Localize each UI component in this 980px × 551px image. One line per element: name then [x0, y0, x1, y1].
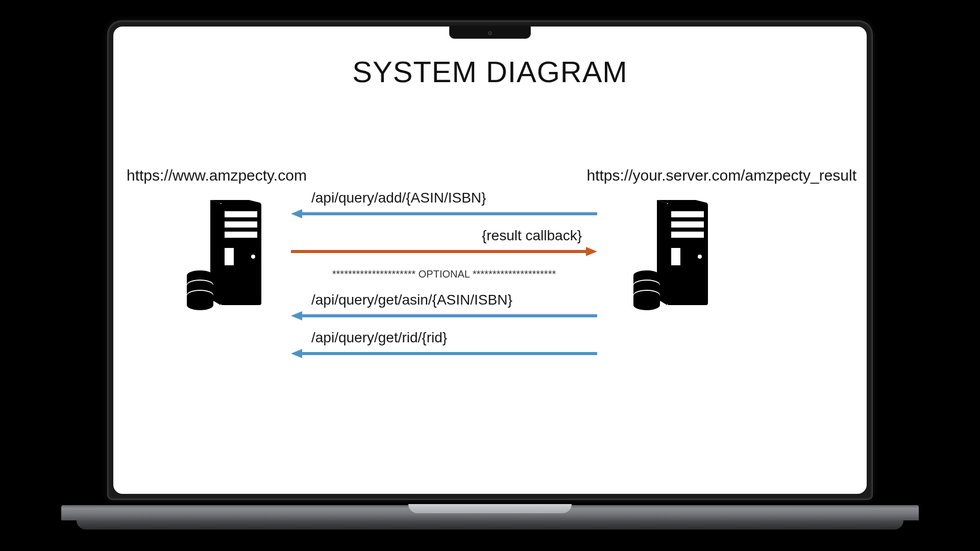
laptop-frame: SYSTEM DIAGRAM https://www.amzpecty.com …	[61, 20, 919, 531]
flow-get-asin: /api/query/get/asin/{ASIN/ISBN}	[291, 292, 597, 330]
svg-point-7	[251, 255, 255, 259]
svg-rect-20	[671, 211, 704, 217]
svg-rect-6	[225, 248, 234, 265]
svg-point-33	[633, 300, 660, 310]
flow-arrows-group: /api/query/add/{ASIN/ISBN} {result callb…	[291, 190, 597, 367]
svg-rect-3	[225, 211, 257, 217]
svg-rect-22	[671, 232, 704, 238]
svg-rect-23	[671, 248, 680, 265]
flow-add-label: /api/query/add/{ASIN/ISBN}	[311, 190, 486, 206]
svg-marker-39	[291, 311, 302, 320]
svg-rect-5	[225, 232, 257, 238]
svg-rect-4	[225, 221, 257, 228]
camera-notch	[449, 26, 531, 39]
left-server-url: https://www.amzpecty.com	[127, 167, 307, 184]
flow-get-rid-label: /api/query/get/rid/{rid}	[311, 330, 447, 346]
flow-get-asin-label: /api/query/get/asin/{ASIN/ISBN}	[311, 292, 512, 308]
laptop-base	[61, 505, 919, 531]
svg-marker-41	[291, 349, 302, 358]
arrow-left-icon	[291, 349, 597, 358]
arrow-left-icon	[291, 311, 597, 320]
svg-rect-21	[671, 221, 704, 228]
svg-point-16	[187, 300, 213, 310]
svg-marker-37	[586, 247, 597, 256]
svg-point-24	[698, 255, 702, 259]
flow-get-rid: /api/query/get/rid/{rid}	[291, 330, 597, 367]
diagram-title: SYSTEM DIAGRAM	[113, 55, 867, 89]
flow-callback-label: {result callback}	[482, 228, 582, 244]
flow-callback: {result callback}	[291, 228, 597, 265]
optional-divider: ********************* OPTIONAL *********…	[291, 265, 597, 291]
arrow-left-icon	[291, 209, 597, 218]
screen-content: SYSTEM DIAGRAM https://www.amzpecty.com …	[113, 27, 867, 494]
svg-marker-35	[291, 209, 302, 218]
right-server-url: https://your.server.com/amzpecty_result	[586, 167, 856, 184]
flow-add-query: /api/query/add/{ASIN/ISBN}	[291, 190, 597, 228]
server-icon-right	[631, 200, 718, 314]
arrow-right-icon	[291, 247, 597, 256]
server-icon-left	[185, 200, 272, 314]
